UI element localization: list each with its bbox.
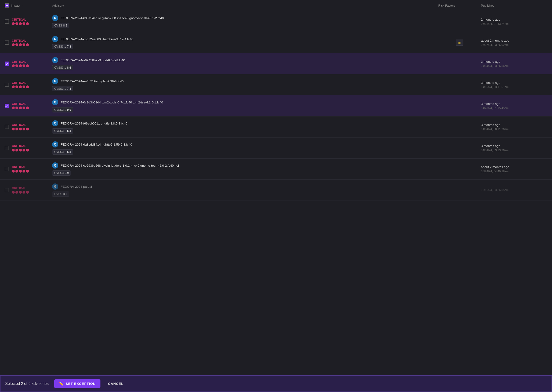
severity-dot [26,85,29,88]
row-checkbox[interactable] [5,167,9,171]
table-row[interactable]: CRITICAL FEDORA-2024-f69ecb0511 gnutls-3… [0,116,552,138]
severity-dot [15,191,18,194]
cvss-value: 7.3 [67,87,71,91]
published-cell: 3 months ago 04/28/24, 01:15:45pm [481,102,547,110]
advisory-title: FEDORA-2024-eafbf519ec glibc-2.39-8.fc40 [52,78,438,84]
cvss-version: CVSS3.1 [54,150,66,154]
fedora-icon [52,120,58,126]
published-cell: 05/16/24, 03:36:05am [481,189,547,192]
advisory-cell: FEDORA-2024-a09456b7a9 curl-8.6.0-8.fc40… [52,57,438,70]
cvss-badge: CVSS3.1 7.3 [52,86,73,91]
impact-cell: CRITICAL [5,39,52,46]
row-checkbox[interactable] [5,125,9,129]
advisory-title: FEDORA-2024-cbb72aad83 libarchive-3.7.2-… [52,36,438,42]
advisory-name: FEDORA-2024-ce2936b568 glycin-loaders-1.… [61,164,179,167]
row-checkbox[interactable] [5,62,9,66]
cvss-badge: CVSS3.1 8.6 [52,65,73,70]
severity-dot [26,149,29,152]
table-row[interactable]: CRITICAL FEDORA-2024-da8cdd8414 nghttp2-… [0,138,552,159]
impact-label: CRITICAL [12,102,29,105]
table-row[interactable]: CRITICAL FEDORA-2024-0c9d3b51d4 tpm2-too… [0,95,552,116]
pub-relative: 3 months ago [481,102,547,105]
severity-dot [26,170,29,173]
row-checkbox[interactable] [5,188,9,192]
selected-count-text: Selected 2 of 9 advisories [5,382,49,386]
impact-info: CRITICAL [12,81,29,88]
table-row[interactable]: CRITICAL FEDORA-2024-ce2936b568 glycin-l… [0,159,552,180]
severity-dot [22,170,25,173]
advisory-title: FEDORA-2024-f69ecb0511 gnutls-3.8.5-1.fc… [52,120,438,126]
pub-absolute: 04/28/24, 01:15:45pm [481,106,547,110]
advisory-title: FEDORA-2024-635a54eb7e glib2-2.80.2-1.fc… [52,15,438,21]
row-checkbox[interactable] [5,19,9,24]
pub-relative: 3 months ago [481,81,547,84]
risk-factors-header-label: Risk Factors [438,4,455,7]
cvss-value: 3.9 [65,171,69,175]
pub-absolute: 05/24/24, 04:49:18am [481,170,547,173]
pub-absolute: 04/04/24, 03:26:56am [481,64,547,68]
pub-relative: 3 months ago [481,144,547,148]
cancel-button[interactable]: CANCEL [106,379,125,388]
cvss-badge: CVSS3.1 9.0 [52,107,73,112]
row-checkbox[interactable] [5,41,9,45]
severity-dot [19,128,22,130]
row-checkbox[interactable] [5,83,9,87]
fedora-icon [52,99,58,105]
fedora-icon [52,183,58,190]
published-cell: 3 months ago 04/05/24, 03:17:57am [481,81,547,89]
fedora-icon [52,57,58,63]
severity-dot [26,128,29,130]
advisory-title: FEDORA-2024-a09456b7a9 curl-8.6.0-8.fc40 [52,57,438,63]
pub-relative: about 2 months ago [481,39,547,42]
sort-icon[interactable]: ↓ [22,4,23,7]
impact-cell: CRITICAL [5,60,52,67]
published-cell: 3 months ago 04/04/24, 03:23:26am [481,144,547,152]
impact-info: CRITICAL [12,144,29,152]
advisory-name: FEDORA-2024-eafbf519ec glibc-2.39-8.fc40 [61,80,124,83]
terminal-risk-icon: ▣ [456,40,463,46]
impact-info: CRITICAL [12,187,29,194]
impact-info: CRITICAL [12,102,29,109]
cvss-version: CVSS3.1 [54,87,66,91]
impact-dots [12,64,29,67]
impact-header-cell: Impact ↓ [5,3,52,7]
cvss-value: 9.0 [67,108,71,112]
impact-cell: CRITICAL [5,18,52,25]
cvss-badge: CVSS3.1 5.3 [52,149,73,154]
published-header-cell: Published [481,4,547,7]
row-checkbox[interactable] [5,104,9,108]
table-row[interactable]: CRITICAL FEDORA-2024-cbb72aad83 libarchi… [0,32,552,53]
select-all-checkbox[interactable] [5,3,9,7]
fedora-icon [52,141,58,147]
row-checkbox[interactable] [5,146,9,150]
table-row[interactable]: CRITICAL FEDORA-2024-635a54eb7e glib2-2.… [0,11,552,32]
published-cell: about 2 months ago 05/27/24, 03:26:02am [481,39,547,47]
severity-dot [12,43,15,46]
severity-dot [19,85,22,88]
pub-absolute: 05/08/24, 07:43:24pm [481,22,547,26]
published-cell: 3 months ago 04/04/24, 03:26:56am [481,60,547,68]
impact-dots [12,43,29,46]
table-row[interactable]: CRITICAL FEDORA-2024-a09456b7a9 curl-8.6… [0,53,552,74]
advisory-name: FEDORA-2024-0c9d3b51d4 tpm2-tools-5.7-1.… [61,101,163,104]
cvss-version: CVSS3 [54,171,64,175]
pub-relative: 3 months ago [481,60,547,63]
severity-dot [12,64,15,67]
impact-dots [12,128,29,130]
impact-label: CRITICAL [12,81,29,84]
severity-dot [22,85,25,88]
severity-dot [12,106,15,109]
table-row[interactable]: CRITICAL FEDORA-2024-partial [0,180,552,201]
impact-label: CRITICAL [12,18,29,21]
severity-dot [12,191,15,194]
pub-relative: 3 months ago [481,123,547,127]
severity-dot [12,22,15,25]
advisory-title: FEDORA-2024-da8cdd8414 nghttp2-1.59.0-3.… [52,141,438,147]
cvss-value: 8.6 [67,66,71,69]
table-row[interactable]: CRITICAL FEDORA-2024-eafbf519ec glibc-2.… [0,74,552,95]
severity-dot [15,128,18,130]
impact-info: CRITICAL [12,39,29,46]
set-exception-button[interactable]: ✏️ SET EXCEPTION [54,379,100,388]
advisory-cell: FEDORA-2024-cbb72aad83 libarchive-3.7.2-… [52,36,438,49]
action-bar: Selected 2 of 9 advisories ✏️ SET EXCEPT… [0,375,552,392]
